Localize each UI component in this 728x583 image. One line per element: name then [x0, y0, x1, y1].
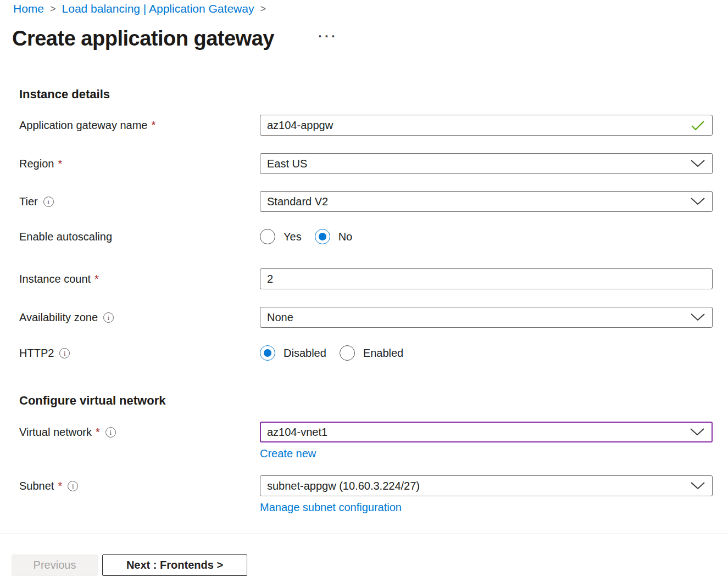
required-asterisk: * — [96, 426, 100, 439]
label-text: Subnet — [19, 480, 54, 492]
required-asterisk: * — [95, 273, 99, 285]
http2-label: HTTP2 i — [19, 345, 70, 361]
manage-subnet-configuration-link[interactable]: Manage subnet configuration — [260, 501, 402, 514]
breadcrumb-separator-icon: > — [50, 2, 56, 16]
label-text: Tier — [19, 195, 38, 208]
valid-check-icon — [691, 120, 705, 131]
subnet-label: Subnet * i — [19, 475, 78, 496]
autoscaling-yes-option[interactable]: Yes — [260, 229, 302, 244]
page-title: Create application gateway — [12, 27, 274, 51]
chevron-down-icon — [690, 428, 704, 436]
radio-label[interactable]: Enabled — [363, 347, 403, 360]
create-new-link[interactable]: Create new — [260, 447, 316, 460]
label-text: Virtual network — [19, 426, 92, 439]
radio-label[interactable]: Yes — [284, 231, 302, 243]
create-application-gateway-page: Home > Load balancing | Application Gate… — [0, 0, 728, 583]
label-text: HTTP2 — [19, 347, 54, 360]
region-label: Region * — [19, 153, 62, 174]
previous-button[interactable]: Previous — [12, 554, 98, 576]
info-icon[interactable]: i — [68, 481, 78, 491]
breadcrumb-link-load-balancing-application-gateway[interactable]: Load balancing | Application Gateway — [62, 2, 254, 16]
info-icon[interactable]: i — [103, 312, 114, 323]
availability-zone-label: Availability zone i — [19, 307, 114, 328]
next-frontends-button[interactable]: Next : Frontends > — [102, 554, 247, 576]
radio-button[interactable] — [315, 229, 330, 244]
chevron-down-icon — [691, 198, 705, 205]
breadcrumb-link-home[interactable]: Home — [13, 2, 44, 16]
region-dropdown[interactable]: East US — [260, 153, 713, 174]
region-value: East US — [267, 158, 307, 170]
tier-label: Tier i — [19, 191, 54, 212]
breadcrumb: Home > Load balancing | Application Gate… — [13, 2, 266, 16]
virtual-network-value: az104-vnet1 — [267, 426, 327, 439]
subnet-value: subnet-appgw (10.60.3.224/27) — [267, 480, 420, 492]
required-asterisk: * — [58, 480, 62, 492]
info-icon[interactable]: i — [43, 197, 54, 207]
subnet-dropdown[interactable]: subnet-appgw (10.60.3.224/27) — [260, 475, 713, 496]
application-gateway-name-label: Application gateway name * — [19, 115, 155, 136]
enable-autoscaling-radio-group: Yes No — [260, 229, 713, 244]
instance-count-label: Instance count * — [19, 268, 99, 289]
application-gateway-name-field — [260, 115, 713, 136]
label-text: Availability zone — [19, 311, 98, 324]
availability-zone-dropdown[interactable]: None — [260, 307, 713, 328]
tier-dropdown[interactable]: Standard V2 — [260, 191, 713, 212]
radio-label[interactable]: Disabled — [284, 347, 326, 360]
chevron-down-icon — [691, 482, 705, 490]
breadcrumb-separator-icon: > — [260, 2, 266, 16]
more-options-button[interactable]: ··· — [318, 30, 338, 43]
virtual-network-dropdown[interactable]: az104-vnet1 — [260, 422, 713, 442]
application-gateway-name-input[interactable] — [267, 115, 686, 135]
chevron-down-icon — [691, 313, 705, 321]
label-text: Enable autoscaling — [19, 231, 112, 243]
radio-button[interactable] — [260, 345, 275, 361]
instance-count-field — [260, 268, 713, 289]
section-heading-instance-details: Instance details — [19, 87, 110, 102]
virtual-network-label: Virtual network * i — [19, 422, 116, 442]
autoscaling-no-option[interactable]: No — [315, 229, 353, 244]
info-icon[interactable]: i — [105, 427, 116, 438]
chevron-down-icon — [691, 160, 705, 167]
http2-enabled-option[interactable]: Enabled — [340, 345, 403, 361]
section-heading-configure-virtual-network: Configure virtual network — [19, 394, 165, 408]
radio-label[interactable]: No — [338, 231, 353, 243]
required-asterisk: * — [58, 158, 62, 170]
footer-divider — [0, 534, 728, 534]
tier-value: Standard V2 — [267, 195, 328, 208]
radio-button[interactable] — [340, 345, 355, 361]
label-text: Instance count — [19, 273, 91, 285]
info-icon[interactable]: i — [59, 348, 70, 358]
instance-count-input[interactable] — [267, 269, 686, 289]
availability-zone-value: None — [267, 311, 293, 324]
label-text: Application gateway name — [19, 119, 147, 132]
required-asterisk: * — [151, 119, 155, 132]
http2-disabled-option[interactable]: Disabled — [260, 345, 326, 361]
enable-autoscaling-label: Enable autoscaling — [19, 229, 112, 244]
radio-button[interactable] — [260, 229, 275, 244]
http2-radio-group: Disabled Enabled — [260, 345, 713, 361]
label-text: Region — [19, 158, 54, 170]
